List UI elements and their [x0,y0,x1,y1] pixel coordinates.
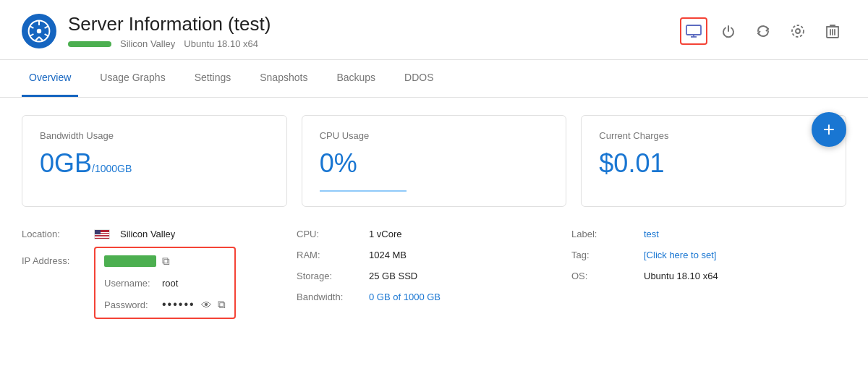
info-row-location: Location: Silicon Valley [22,229,297,239]
charges-label: Current Charges [599,130,828,141]
svg-point-13 [792,25,804,37]
info-col-right: Label: test Tag: [Click here to set] OS:… [571,229,846,323]
storage-label: Storage: [297,271,369,281]
bandwidth-value-main: 0GB [40,148,92,179]
info-row-ip: IP Address: ⧉ Username: root Password: •… [22,250,297,319]
svg-line-3 [35,37,39,41]
ip-bar [104,255,156,267]
password-row: Password: •••••• 👁 ⧉ [104,297,226,312]
ip-row: ⧉ [104,254,226,268]
header-location: Silicon Valley [120,38,175,49]
header: Server Information (test) Silicon Valley… [0,0,868,60]
svg-rect-9 [686,25,701,35]
svg-line-7 [45,26,49,28]
header-title-block: Server Information (test) Silicon Valley… [68,13,271,49]
bandwidth-spec-label: Bandwidth: [297,292,369,302]
settings-icon [791,24,805,38]
info-row-tag: Tag: [Click here to set] [571,250,846,260]
charges-value-row: $0.01 [599,148,828,179]
tabs: Overview Usage Graphs Settings Snapshots… [0,60,868,98]
info-row-bandwidth-spec: Bandwidth: 0 GB of 1000 GB [297,292,571,302]
cards-row: Bandwidth Usage 0GB /1000GB CPU Usage 0%… [0,98,868,214]
delete-icon [826,24,839,38]
server-label-value[interactable]: test [644,229,659,239]
delete-button[interactable] [819,17,846,45]
console-icon [686,25,702,38]
copy-password-button[interactable]: ⧉ [218,298,226,311]
cpu-spec-value: 1 vCore [369,229,402,239]
flag-icon [94,229,110,239]
bandwidth-value-suffix: /1000GB [92,163,132,174]
info-row-label: Label: test [571,229,846,239]
svg-line-6 [45,34,49,36]
logo-icon [27,20,51,43]
charges-card: Current Charges $0.01 [581,115,846,207]
refresh-icon [756,24,770,38]
username-label-inner: Username: [104,278,156,289]
svg-point-12 [796,29,800,33]
tab-settings[interactable]: Settings [187,60,239,97]
svg-line-5 [30,26,34,28]
svg-point-1 [37,29,41,33]
ram-label: RAM: [297,250,369,260]
bandwidth-label: Bandwidth Usage [40,130,269,141]
password-label-inner: Password: [104,299,156,310]
password-dots: •••••• [162,298,195,311]
add-button[interactable]: + [812,112,846,147]
tag-value[interactable]: [Click here to set] [644,250,716,260]
charges-value: $0.01 [599,148,664,179]
bandwidth-card: Bandwidth Usage 0GB /1000GB [22,115,287,207]
svg-line-4 [39,37,43,41]
tab-overview[interactable]: Overview [22,60,78,97]
info-row-storage: Storage: 25 GB SSD [297,271,571,281]
tag-label: Tag: [571,250,644,260]
power-icon [721,24,736,38]
show-password-button[interactable]: 👁 [201,299,212,311]
ip-label: IP Address: [22,255,94,266]
cpu-card: CPU Usage 0% [302,115,567,207]
tab-ddos[interactable]: DDOS [397,60,441,97]
header-os: Ubuntu 18.10 x64 [184,38,258,49]
bandwidth-spec-value[interactable]: 0 GB of 1000 GB [369,292,441,302]
refresh-button[interactable] [749,17,777,45]
console-button[interactable] [680,17,707,45]
info-row-cpu: CPU: 1 vCore [297,229,571,239]
svg-line-8 [30,34,34,36]
status-indicator [68,41,111,47]
info-row-ram: RAM: 1024 MB [297,250,571,260]
cpu-spec-label: CPU: [297,229,369,239]
location-label: Location: [22,229,94,239]
location-value: Silicon Valley [94,229,175,239]
copy-ip-button[interactable]: ⧉ [162,255,170,268]
tab-backups[interactable]: Backups [329,60,383,97]
header-subtitle: Silicon Valley Ubuntu 18.10 x64 [68,38,271,49]
username-val: root [162,278,178,289]
header-actions [680,17,846,45]
tab-snapshots[interactable]: Snapshots [252,60,315,97]
info-section: Location: Silicon Valley IP Address: ⧉ U… [0,214,868,338]
bandwidth-value-row: 0GB /1000GB [40,148,269,179]
ram-value: 1024 MB [369,250,407,260]
os-label: OS: [571,271,644,281]
info-col-middle: CPU: 1 vCore RAM: 1024 MB Storage: 25 GB… [297,229,571,323]
username-row: Username: root [104,276,226,290]
ip-red-outline: ⧉ Username: root Password: •••••• 👁 ⧉ [94,247,236,319]
power-button[interactable] [715,17,742,45]
tab-usage-graphs[interactable]: Usage Graphs [93,60,172,97]
logo [22,14,56,48]
server-label-label: Label: [571,229,644,239]
info-row-os: OS: Ubuntu 18.10 x64 [571,271,846,281]
cpu-label: CPU Usage [320,130,549,141]
cpu-value-row: 0% [320,148,549,179]
settings-button[interactable] [784,17,812,45]
page-title: Server Information (test) [68,13,271,35]
storage-value: 25 GB SSD [369,271,417,281]
cpu-value: 0% [320,148,357,179]
info-col-left: Location: Silicon Valley IP Address: ⧉ U… [22,229,297,323]
cpu-bar [320,190,407,192]
os-value: Ubuntu 18.10 x64 [644,271,718,281]
